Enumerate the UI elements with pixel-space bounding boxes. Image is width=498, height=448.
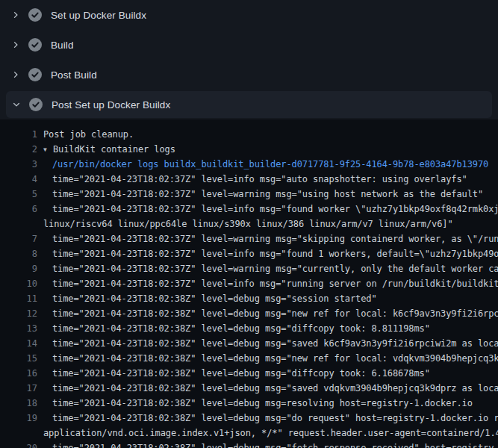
step-post-set-up-docker-buildx[interactable]: Post Set up Docker Buildx — [6, 91, 492, 118]
log-line: 2 ▼BuildKit container logs — [0, 142, 498, 157]
log-line-number[interactable]: 8 — [0, 246, 37, 261]
log-line-text: time="2021-04-23T18:02:37Z" level=info m… — [52, 276, 498, 291]
check-circle-icon — [28, 38, 42, 52]
log-line: 16 time="2021-04-23T18:02:38Z" level=deb… — [0, 366, 498, 381]
chevron-right-icon — [10, 40, 21, 50]
log-line-number[interactable]: 10 — [0, 276, 37, 291]
step-set-up-docker-buildx[interactable]: Set up Docker Buildx — [0, 0, 498, 30]
log-line-number — [0, 217, 37, 231]
log-line-number — [0, 426, 37, 441]
log-line-number[interactable]: 7 — [0, 231, 37, 246]
log-line-text: time="2021-04-23T18:02:37Z" level=info m… — [52, 202, 498, 217]
log-line-text: time="2021-04-23T18:02:38Z" level=debug … — [52, 306, 498, 321]
log-line-number[interactable]: 18 — [0, 396, 37, 411]
log-line-number[interactable]: 12 — [0, 306, 37, 321]
log-line: 11 time="2021-04-23T18:02:38Z" level=deb… — [0, 291, 498, 306]
chevron-right-icon — [10, 10, 21, 20]
collapse-triangle-icon[interactable]: ▼ — [43, 143, 53, 158]
log-line: 9 time="2021-04-23T18:02:37Z" level=warn… — [0, 261, 498, 276]
log-line: 13 time="2021-04-23T18:02:38Z" level=deb… — [0, 321, 498, 336]
log-line-text: application/vnd.oci.image.index.v1+json,… — [43, 426, 498, 441]
log-line-number[interactable]: 19 — [0, 411, 37, 426]
step-post-build[interactable]: Post Build — [0, 60, 498, 90]
log-line: 12 time="2021-04-23T18:02:38Z" level=deb… — [0, 306, 498, 321]
log-line-number[interactable]: 1 — [0, 127, 37, 142]
log-line-text: time="2021-04-23T18:02:38Z" level=debug … — [52, 351, 498, 366]
log-line-text: time="2021-04-23T18:02:37Z" level=warnin… — [52, 231, 498, 246]
log-line: 17 time="2021-04-23T18:02:38Z" level=deb… — [0, 381, 498, 396]
log-line: 4 time="2021-04-23T18:02:37Z" level=info… — [0, 172, 498, 187]
log-line-text: time="2021-04-23T18:02:38Z" level=debug … — [52, 396, 473, 411]
log-line-text: time="2021-04-23T18:02:37Z" level=info m… — [52, 172, 467, 187]
log-line-number[interactable]: 16 — [0, 366, 37, 381]
log-line-number[interactable]: 15 — [0, 351, 37, 366]
log-line-number[interactable]: 4 — [0, 172, 37, 187]
log-line: 18 time="2021-04-23T18:02:38Z" level=deb… — [0, 396, 498, 411]
log-line: 5 time="2021-04-23T18:02:37Z" level=warn… — [0, 187, 498, 202]
log-line-text: time="2021-04-23T18:02:37Z" level=info m… — [52, 246, 498, 261]
log-line-text: time="2021-04-23T18:02:38Z" level=debug … — [52, 441, 498, 448]
log-line-text: ▼BuildKit container logs — [43, 142, 175, 157]
log-line-text: time="2021-04-23T18:02:38Z" level=debug … — [52, 366, 430, 381]
step-title: Set up Docker Buildx — [51, 10, 146, 21]
check-circle-icon — [28, 8, 42, 22]
log-line: 8 time="2021-04-23T18:02:37Z" level=info… — [0, 246, 498, 261]
log-line-number[interactable]: 5 — [0, 187, 37, 202]
group-label: BuildKit container logs — [53, 144, 175, 155]
log-line-number[interactable]: 9 — [0, 261, 37, 276]
log-line: 14 time="2021-04-23T18:02:38Z" level=deb… — [0, 336, 498, 351]
log-line: 10 time="2021-04-23T18:02:37Z" level=inf… — [0, 276, 498, 291]
log-line-number[interactable]: 14 — [0, 336, 37, 351]
step-title: Post Set up Docker Buildx — [52, 99, 170, 111]
step-title: Post Build — [51, 69, 97, 81]
log-line-text: time="2021-04-23T18:02:37Z" level=warnin… — [52, 261, 498, 276]
log-line-text: time="2021-04-23T18:02:38Z" level=debug … — [52, 336, 498, 351]
step-build[interactable]: Build — [0, 30, 498, 60]
log-line-number[interactable]: 20 — [0, 441, 37, 448]
log-line: linux/riscv64 linux/ppc64le linux/s390x … — [0, 217, 498, 231]
steps-panel: Set up Docker Buildx Build Post Build Po… — [0, 0, 498, 119]
log-line: 20 time="2021-04-23T18:02:38Z" level=deb… — [0, 441, 498, 448]
log-panel: 1 Post job cleanup. 2 ▼BuildKit containe… — [0, 119, 498, 448]
log-line: 3 /usr/bin/docker logs buildx_buildkit_b… — [0, 157, 498, 172]
log-line-number[interactable]: 6 — [0, 202, 37, 217]
check-circle-icon — [29, 98, 43, 111]
log-line-number[interactable]: 11 — [0, 291, 37, 306]
log-line-text: time="2021-04-23T18:02:37Z" level=warnin… — [52, 187, 483, 202]
log-line: 19 time="2021-04-23T18:02:38Z" level=deb… — [0, 411, 498, 426]
log-line-text: linux/riscv64 linux/ppc64le linux/s390x … — [43, 217, 453, 231]
chevron-down-icon — [11, 99, 22, 110]
check-circle-icon — [28, 68, 42, 81]
log-line: 1 Post job cleanup. — [0, 127, 498, 142]
log-line: 15 time="2021-04-23T18:02:38Z" level=deb… — [0, 351, 498, 366]
log-line-text: time="2021-04-23T18:02:38Z" level=debug … — [52, 411, 498, 426]
log-line: 6 time="2021-04-23T18:02:37Z" level=info… — [0, 202, 498, 217]
chevron-right-icon — [10, 69, 21, 80]
log-line: application/vnd.oci.image.index.v1+json,… — [0, 426, 498, 441]
log-line-number[interactable]: 13 — [0, 321, 37, 336]
log-line-text: /usr/bin/docker logs buildx_buildkit_bui… — [52, 157, 488, 172]
log-line-number[interactable]: 3 — [0, 157, 37, 172]
log-line: 7 time="2021-04-23T18:02:37Z" level=warn… — [0, 231, 498, 246]
log-line-text: time="2021-04-23T18:02:38Z" level=debug … — [52, 291, 377, 306]
log-line-number[interactable]: 17 — [0, 381, 37, 396]
log-line-text: Post job cleanup. — [43, 127, 134, 142]
log-line-text: time="2021-04-23T18:02:38Z" level=debug … — [52, 321, 430, 336]
step-title: Build — [51, 40, 74, 51]
log-line-number[interactable]: 2 — [0, 142, 37, 157]
log-line-text: time="2021-04-23T18:02:38Z" level=debug … — [52, 381, 498, 396]
